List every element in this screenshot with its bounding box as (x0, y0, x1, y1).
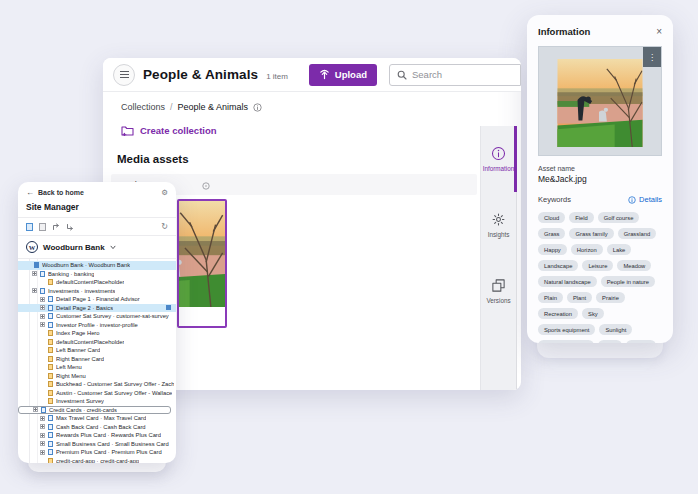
move-up-arrow-icon[interactable] (52, 223, 60, 231)
tree-item-label: Customer Sat Survey · customer-sat-surve… (56, 313, 169, 319)
tree-item[interactable]: Small Business Card · Small Business Car… (18, 440, 176, 449)
tree-item[interactable]: Left Banner Card (18, 346, 176, 355)
keyword-pill[interactable]: Happy (538, 244, 567, 255)
tree-item[interactable]: Investment Survey (18, 397, 176, 406)
tree-item[interactable]: Right Menu (18, 372, 176, 381)
expander-icon[interactable] (40, 322, 45, 327)
breadcrumb-current: People & Animals (178, 102, 249, 112)
expander-icon[interactable] (40, 416, 45, 421)
tree-item[interactable]: Detail Page 2 · Basics (18, 304, 176, 313)
expander-icon[interactable] (40, 314, 45, 319)
hamburger-menu-button[interactable] (113, 64, 135, 86)
tab-versions[interactable]: Versions (481, 258, 516, 324)
expander-icon[interactable] (33, 407, 38, 412)
keyword-pill[interactable]: Sky (582, 308, 604, 319)
tree-item[interactable]: Buckhead - Customer Sat Survey Offer - Z… (18, 380, 176, 389)
keyword-pill[interactable]: Horizon (571, 244, 603, 255)
page-icon (48, 373, 53, 379)
keyword-pill[interactable]: Leisure (582, 260, 613, 271)
tree-item-label: Premium Plus Card · Premium Plus Card (56, 449, 162, 455)
keyword-pill[interactable]: Plain (538, 292, 563, 303)
gear-icon[interactable]: ⚙ (161, 188, 168, 197)
expander-icon[interactable] (40, 424, 45, 429)
keyword-pill[interactable]: Landscape (538, 260, 578, 271)
group-options-icon[interactable] (202, 182, 210, 190)
tree-item[interactable]: Index Page Hero (18, 329, 176, 338)
tree-item[interactable]: Left Menu (18, 363, 176, 372)
page-icon (48, 390, 53, 396)
tree-item-label: Austin - Customer Sat Survey Offer - Wal… (56, 390, 172, 396)
tree-item[interactable]: Investor Profile · investor-profile (18, 321, 176, 330)
keyword-pill[interactable]: Grass family (569, 228, 613, 239)
tree-item[interactable]: Right Banner Card (18, 355, 176, 364)
page-icon (48, 381, 53, 387)
insights-sun-icon (491, 212, 506, 227)
expander-icon[interactable] (40, 297, 45, 302)
paste-page-icon[interactable] (39, 223, 46, 231)
info-circle-icon[interactable] (253, 103, 262, 112)
keyword-pill[interactable]: Grass (538, 228, 565, 239)
site-manager-toolbar: ↻ (18, 218, 176, 236)
tree-item[interactable]: Austin - Customer Sat Survey Offer - Wal… (18, 389, 176, 398)
expander-icon[interactable] (40, 305, 45, 310)
desktop-stage: People & Animals 1 item Upload Collectio… (0, 0, 698, 494)
keyword-pill[interactable]: Prairie (596, 292, 625, 303)
tree-item[interactable]: credit-card-app · credit-card-app (18, 457, 176, 464)
back-to-home-link[interactable]: Back to home (38, 189, 84, 196)
tree-item[interactable]: Customer Sat Survey · customer-sat-surve… (18, 312, 176, 321)
tree-item[interactable]: Detail Page 1 · Financial Advisor (18, 295, 176, 304)
search-box[interactable] (389, 64, 521, 86)
kebab-menu-button[interactable]: ⋮ (643, 47, 661, 67)
expander-icon[interactable] (40, 433, 45, 438)
details-label: Details (639, 195, 662, 204)
keyword-pill[interactable]: Grassland (618, 228, 656, 239)
tree-item[interactable]: Woodburn Bank · Woodburn Bank (18, 261, 176, 270)
keyword-pill[interactable]: Recreation (538, 308, 578, 319)
page-icon (40, 288, 45, 294)
keyword-pill[interactable]: Wildlife (626, 340, 657, 343)
expander-icon[interactable] (40, 441, 45, 446)
move-down-arrow-icon[interactable] (66, 223, 74, 231)
keyword-pill[interactable]: People in nature (601, 276, 655, 287)
expander-icon[interactable] (32, 288, 37, 293)
tree-item[interactable]: Investments · investments (18, 287, 176, 296)
tree-item[interactable]: defaultContentPlaceholder (18, 338, 176, 347)
tree-item-label: Rewards Plus Card · Rewards Plus Card (56, 432, 161, 438)
keyword-pill[interactable]: Plant (567, 292, 592, 303)
expander-icon[interactable] (40, 450, 45, 455)
upload-button[interactable]: Upload (309, 64, 377, 86)
refresh-icon[interactable]: ↻ (161, 222, 168, 231)
keyword-pill[interactable]: Sunlight (599, 324, 632, 335)
tree-item[interactable]: Credit Cards · credit-cards (18, 406, 171, 415)
tree-item[interactable]: Max Travel Card · Max Travel Card (18, 414, 176, 423)
site-selector[interactable]: W Woodburn Bank (18, 236, 176, 259)
keyword-pill[interactable]: Tree (598, 340, 622, 343)
keyword-pill[interactable]: Meadow (617, 260, 651, 271)
create-collection-button[interactable]: Create collection (121, 125, 217, 136)
tree-item-label: Investment Survey (56, 398, 104, 404)
keyword-pill[interactable]: Cloud (538, 212, 565, 223)
keywords-details-link[interactable]: Details (628, 195, 662, 204)
site-manager-panel: ← Back to home ⚙ Site Manager ↻ W Woodbu… (18, 182, 176, 463)
tree-item-label: Detail Page 2 · Basics (56, 305, 113, 311)
keywords-header: Keywords Details (538, 195, 662, 204)
keyword-pill[interactable]: Lake (607, 244, 632, 255)
tree-item[interactable]: Cash Back Card · Cash Back Card (18, 423, 176, 432)
asset-thumbnail-selected[interactable] (177, 199, 227, 328)
tab-information[interactable]: Information (481, 126, 516, 192)
copy-page-icon[interactable] (26, 223, 33, 231)
tree-item[interactable]: Premium Plus Card · Premium Plus Card (18, 448, 176, 457)
close-icon[interactable]: × (656, 27, 662, 37)
keyword-pill[interactable]: Field (569, 212, 594, 223)
keyword-pill[interactable]: Tints and shades (538, 340, 594, 343)
expander-icon[interactable] (32, 271, 37, 276)
search-input[interactable] (412, 69, 502, 80)
tree-item[interactable]: Banking · banking (18, 270, 176, 279)
tree-item[interactable]: Rewards Plus Card · Rewards Plus Card (18, 431, 176, 440)
tree-item[interactable]: defaultContentPlaceholder (18, 278, 176, 287)
tab-insights[interactable]: Insights (481, 192, 516, 258)
breadcrumb-root[interactable]: Collections (121, 102, 165, 112)
keyword-pill[interactable]: Natural landscape (538, 276, 597, 287)
keyword-pill[interactable]: Sports equipment (538, 324, 595, 335)
keyword-pill[interactable]: Golf course (598, 212, 640, 223)
